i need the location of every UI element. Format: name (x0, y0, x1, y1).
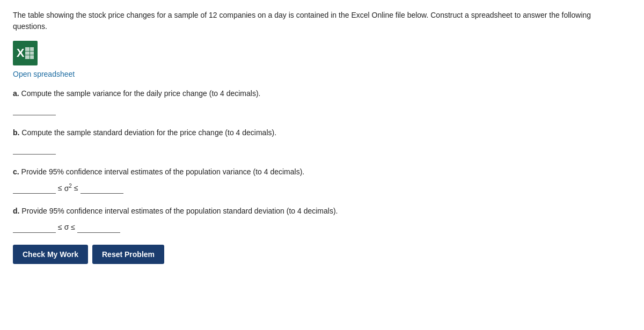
question-b-label: b. Compute the sample standard deviation… (13, 127, 631, 138)
question-a-label: a. Compute the sample variance for the d… (13, 88, 631, 99)
question-d-text: Provide 95% confidence interval estimate… (21, 207, 338, 215)
reset-problem-button[interactable]: Reset Problem (92, 245, 164, 264)
intro-text: The table showing the stock price change… (13, 10, 603, 32)
check-work-button[interactable]: Check My Work (13, 245, 88, 264)
answer-d-upper-input[interactable] (77, 221, 120, 233)
d-leq-left: ≤ (58, 223, 62, 231)
answer-a-input[interactable] (13, 104, 56, 115)
question-d-letter: d. (13, 207, 19, 215)
answer-c-lower-input[interactable] (13, 182, 56, 194)
question-c-block: c. Provide 95% confidence interval estim… (13, 166, 631, 194)
question-c-letter: c. (13, 167, 19, 176)
d-leq-right: ≤ (71, 223, 75, 231)
question-a-block: a. Compute the sample variance for the d… (13, 88, 631, 115)
question-a-text: Compute the sample variance for the dail… (21, 89, 261, 98)
question-d-block: d. Provide 95% confidence interval estim… (13, 206, 631, 233)
question-b-letter: b. (13, 128, 19, 137)
question-b-text: Compute the sample standard deviation fo… (21, 128, 276, 137)
excel-grid (25, 47, 34, 59)
d-sigma-symbol: σ (64, 223, 69, 231)
question-b-block: b. Compute the sample standard deviation… (13, 127, 631, 155)
excel-icon-container: X (13, 41, 631, 68)
question-a-letter: a. (13, 89, 19, 98)
question-d-interval-row: ≤ σ ≤ (13, 221, 631, 233)
excel-x-letter: X (17, 46, 25, 60)
question-c-text: Provide 95% confidence interval estimate… (21, 167, 305, 176)
c-leq-left: ≤ (58, 184, 62, 192)
buttons-row: Check My Work Reset Problem (13, 245, 631, 264)
c-leq-right: ≤ (74, 184, 78, 192)
question-c-interval-row: ≤ σ2 ≤ (13, 182, 631, 194)
open-spreadsheet-link[interactable]: Open spreadsheet (13, 70, 631, 78)
answer-c-upper-input[interactable] (80, 182, 123, 194)
excel-icon: X (13, 41, 38, 65)
c-sigma2-symbol: σ2 (64, 183, 72, 193)
answer-b-input[interactable] (13, 143, 56, 155)
answer-d-lower-input[interactable] (13, 221, 56, 233)
question-d-label: d. Provide 95% confidence interval estim… (13, 206, 631, 217)
question-c-label: c. Provide 95% confidence interval estim… (13, 166, 631, 178)
